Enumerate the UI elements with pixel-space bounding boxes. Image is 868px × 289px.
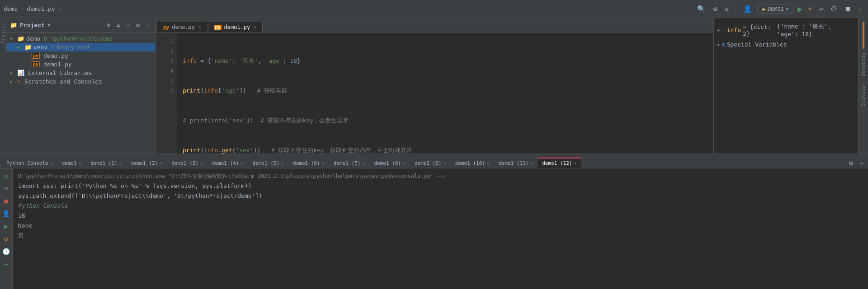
console-output-1: 18: [18, 211, 863, 221]
stop-icon[interactable]: ⏹: [843, 4, 853, 14]
console-tab-python[interactable]: Python Console ×: [2, 158, 57, 168]
project-chevron[interactable]: ▾: [47, 22, 51, 28]
project-panel: 📁 Project ▾ ⊕ ≡ ⇔ ⚙ − ▼ 📁 demo D:\python…: [6, 18, 156, 154]
search-icon[interactable]: 🔍: [695, 4, 708, 14]
console-tab-demo1-1-label: demo1 (1): [90, 160, 118, 166]
console-label: Python Console: [18, 201, 863, 211]
demo1-indicator[interactable]: ▶ DEMO1 ▾: [757, 5, 794, 14]
folder-venv-icon: 📁: [24, 44, 32, 51]
console-tab-demo1-4-label: demo1 (4): [212, 160, 239, 166]
var-info-row[interactable]: ▶ ≡ info = {dict: 2} {'name': '班长', 'age…: [717, 22, 854, 38]
settings-icon[interactable]: ⚙: [711, 4, 719, 14]
console-tab-1-10-close[interactable]: ×: [487, 161, 490, 166]
tree-item-ext-libs[interactable]: ▶ 📊 External Libraries: [6, 69, 155, 77]
console-gear-btn[interactable]: ⚙: [2, 234, 11, 243]
editor-area: py demo.py × py demo1.py × 1 2 3 4 5 6 i…: [156, 18, 713, 154]
profile-icon[interactable]: ⏱: [829, 4, 839, 14]
console-stop-btn[interactable]: ■: [2, 196, 11, 205]
scratch-icon: ✎: [17, 78, 21, 85]
console-tab-1-6-close[interactable]: ×: [322, 161, 325, 166]
console-tab-demo1-10-label: demo1 (10): [455, 160, 485, 166]
console-add-btn[interactable]: +: [2, 260, 11, 269]
tab-demo1py[interactable]: py demo1.py ×: [208, 22, 262, 32]
tab-demopy[interactable]: py demo.py ×: [157, 22, 207, 32]
tree-item-demopy[interactable]: ▶ py demo.py: [6, 51, 155, 60]
console-layout-btn[interactable]: ⊞: [2, 184, 11, 193]
console-tab-1-2-close[interactable]: ×: [160, 161, 162, 166]
console-tab-demo1-4[interactable]: demo1 (4) ×: [208, 158, 248, 168]
special-vars-icon: ▦: [722, 42, 725, 47]
console-tab-1-close[interactable]: ×: [79, 161, 81, 166]
console-tab-1-11-close[interactable]: ×: [530, 161, 533, 166]
project-title[interactable]: Project: [20, 22, 45, 28]
project-tree: ▼ 📁 demo D:\pythonProject\demo ▶ 📁 venv …: [6, 33, 155, 154]
vert-indicator: [863, 22, 864, 49]
console-tab-demo1-6[interactable]: demo1 (6) ×: [288, 158, 329, 168]
console-output-2: None: [18, 221, 863, 231]
code-content[interactable]: info = {'name': '班长', 'age': 18} print(i…: [177, 33, 713, 154]
console-tab-demo1-1[interactable]: demo1 (1) ×: [86, 158, 127, 168]
console-run-btn[interactable]: ▶: [2, 222, 11, 231]
console-tab-1-3-close[interactable]: ×: [200, 161, 203, 166]
console-tab-python-close[interactable]: ×: [50, 161, 53, 166]
console-tab-demo1-5-label: demo1 (5): [252, 160, 279, 166]
coverage-icon[interactable]: ↩: [817, 4, 825, 14]
console-settings-icon[interactable]: ⚙: [847, 158, 855, 168]
locate-icon[interactable]: ⊕: [105, 21, 112, 29]
tab-demopy-close[interactable]: ×: [198, 24, 202, 30]
console-tab-1-4-close[interactable]: ×: [241, 161, 243, 166]
tree-item-demo[interactable]: ▼ 📁 demo D:\pythonProject\demo: [6, 34, 155, 43]
settings-tree-icon[interactable]: ⚙: [134, 21, 142, 29]
console-tab-demo1-6-label: demo1 (6): [293, 160, 320, 166]
special-vars-row[interactable]: ▶ ▦ Special Variables: [717, 40, 854, 49]
vcs-icon[interactable]: ✓: [857, 4, 864, 14]
console-tab-demo1-11[interactable]: demo1 (11) ×: [494, 158, 538, 168]
console-tab-demo1-7[interactable]: demo1 (7) ×: [329, 158, 370, 168]
tree-item-demo1py[interactable]: ▶ py demo1.py: [6, 60, 155, 69]
run-button[interactable]: ▶: [797, 4, 802, 14]
indicator-icon: ▶: [762, 6, 765, 12]
console-clock-btn[interactable]: 🕐: [2, 247, 11, 256]
console-text-content[interactable]: D:\pythonProject\demo\venv\Scripts\pytho…: [13, 168, 868, 289]
console-tab-1-7-close[interactable]: ×: [362, 161, 365, 166]
console-tab-1-5-close[interactable]: ×: [281, 161, 284, 166]
console-tab-demo1-9[interactable]: demo1 (9) ×: [410, 158, 451, 168]
console-tab-1-12-close[interactable]: ×: [574, 161, 576, 166]
console-tab-demo1[interactable]: demo1 ×: [57, 158, 86, 168]
demo-path: D:\pythonProject\demo: [44, 36, 113, 42]
debug-icon[interactable]: ⚡: [806, 4, 814, 14]
console-tab-demo1-3-label: demo1 (3): [171, 160, 198, 166]
tree-item-venv[interactable]: ▶ 📁 venv library root: [6, 43, 155, 51]
project-vert-label[interactable]: Project: [0, 23, 6, 43]
console-import-line: import sys; print('Python %s on %s' % (s…: [18, 181, 863, 191]
console-tab-demo1-2[interactable]: demo1 (2) ×: [127, 158, 167, 168]
breadcrumb-file1[interactable]: demo1.py: [27, 5, 55, 12]
folder-demo-icon: 📁: [17, 35, 24, 42]
console-rerun-btn[interactable]: ↺: [2, 171, 11, 180]
console-tab-1-1-close[interactable]: ×: [119, 161, 122, 166]
user-icon[interactable]: 👤: [741, 4, 754, 14]
database-label[interactable]: Database: [860, 52, 866, 76]
tab-demo1py-close[interactable]: ×: [254, 24, 257, 30]
console-tab-demo1-8[interactable]: demo1 (8) ×: [369, 158, 410, 168]
tree-item-scratches[interactable]: ▶ ✎ Scratches and Consoles: [6, 77, 155, 86]
var-info-icon: ≡: [722, 27, 725, 33]
menu-icon[interactable]: ≡: [722, 4, 730, 14]
sciview-label[interactable]: SciView: [860, 85, 866, 106]
breadcrumb-demo[interactable]: demo: [4, 5, 18, 12]
console-tab-demo1-5[interactable]: demo1 (5) ×: [248, 158, 288, 168]
console-tab-demo1-3[interactable]: demo1 (3) ×: [167, 158, 208, 168]
console-tab-1-9-close[interactable]: ×: [443, 161, 446, 166]
console-tab-demo1-12[interactable]: demo1 (12) ×: [538, 158, 581, 168]
minimize-icon[interactable]: −: [144, 21, 151, 29]
expand-icon[interactable]: ⇔: [125, 21, 132, 29]
console-debug-btn[interactable]: 👤: [2, 209, 11, 218]
variables-panel: ▶ ≡ info = {dict: 2} {'name': '班长', 'age…: [713, 18, 858, 154]
collapse-icon[interactable]: ≡: [115, 21, 122, 29]
console-tab-1-8-close[interactable]: ×: [403, 161, 406, 166]
code-line-4: print(info.get('sex')) # 获取不存在的key，获取到空的…: [183, 145, 708, 154]
console-tab-demo1-10[interactable]: demo1 (10) ×: [451, 158, 494, 168]
console-minimize-icon[interactable]: −: [858, 158, 865, 168]
top-bar: demo › demo1.py › 🔍 ⚙ ≡ 👤 ▶ DEMO1 ▾ ▶ ⚡ …: [0, 0, 868, 18]
code-editor: 1 2 3 4 5 6 info = {'name': '班长', 'age':…: [156, 33, 713, 154]
